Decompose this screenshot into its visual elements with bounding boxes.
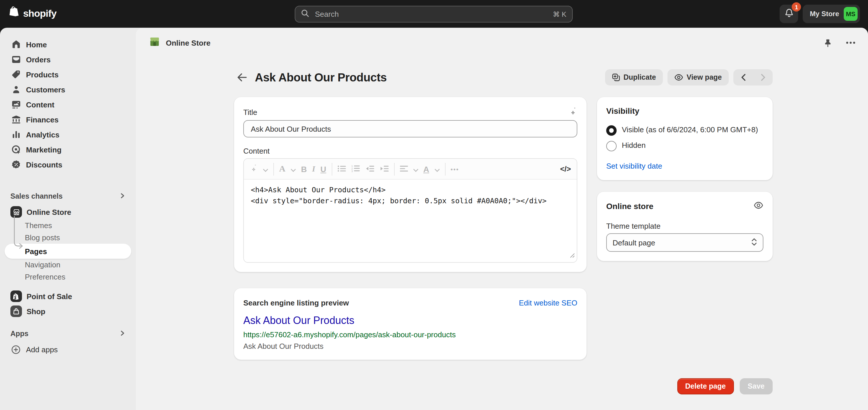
sidebar-item-label: Finances — [26, 115, 59, 124]
radio-selected-icon[interactable] — [606, 125, 617, 136]
sidebar-item-products[interactable]: Products — [5, 67, 131, 82]
radio-unselected-icon[interactable] — [606, 141, 617, 151]
sidebar-item-label: Discounts — [26, 160, 62, 169]
visibility-card: Visibility Visible (as of 6/6/2024, 6:00… — [597, 97, 773, 180]
underline-button[interactable]: U — [320, 165, 326, 173]
apps-header[interactable]: Apps — [5, 328, 131, 340]
theme-template-select[interactable]: Default page — [606, 233, 764, 252]
back-button[interactable] — [234, 69, 250, 86]
sidebar-item-marketing[interactable]: Marketing — [5, 142, 131, 157]
sub-item-label: Blog posts — [25, 233, 60, 242]
online-store-card: Online store Theme template Default page — [597, 192, 773, 261]
point-of-sale-icon — [10, 291, 22, 302]
numbered-list-button[interactable]: 123 — [351, 164, 360, 174]
sidebar-item-themes[interactable]: Themes — [5, 219, 131, 232]
global-search[interactable]: ⌘ K — [295, 6, 573, 23]
chevron-down-icon[interactable] — [434, 164, 439, 174]
sidebar-item-label: Add apps — [26, 345, 58, 354]
more-formatting-button[interactable]: ••• — [451, 165, 459, 172]
notifications-button[interactable]: 1 — [780, 5, 798, 23]
sidebar-item-shop[interactable]: Shop — [5, 304, 131, 319]
sidebar-item-label: Point of Sale — [27, 292, 72, 301]
shopify-logo[interactable]: shopify — [8, 6, 56, 22]
toolbar-divider — [445, 163, 445, 175]
page-header: Ask About Our Products Duplicate View pa… — [234, 68, 773, 87]
sidebar-item-point-of-sale[interactable]: Point of Sale — [5, 289, 131, 304]
sidebar-item-customers[interactable]: Customers — [5, 82, 131, 97]
target-icon — [10, 144, 21, 155]
pin-icon — [823, 38, 832, 47]
sidebar-item-home[interactable]: Home — [5, 37, 131, 52]
sidebar-item-orders[interactable]: Orders — [5, 52, 131, 67]
page-title: Ask About Our Products — [255, 71, 386, 84]
chevron-down-icon[interactable] — [291, 164, 296, 174]
sidebar-item-add-apps[interactable]: Add apps — [5, 342, 131, 357]
more-options-button[interactable] — [843, 35, 859, 50]
sidebar-item-preferences[interactable]: Preferences — [5, 271, 131, 283]
chevron-down-icon[interactable] — [263, 164, 268, 174]
sidebar-item-label: Home — [26, 40, 47, 49]
bar-chart-icon — [10, 129, 21, 140]
view-page-button[interactable]: View page — [668, 69, 729, 86]
page-footer-actions: Delete page Save — [234, 378, 773, 394]
seo-result-title[interactable]: Ask About Our Products — [243, 315, 577, 327]
chevron-left-icon — [741, 74, 746, 81]
pin-button[interactable] — [819, 35, 836, 50]
visible-radio-option[interactable]: Visible (as of 6/6/2024, 6:00 PM GMT+8) — [606, 125, 764, 136]
previous-page-button[interactable] — [733, 69, 753, 86]
store-avatar: MS — [844, 7, 858, 21]
text-style-button[interactable]: A — [279, 165, 285, 173]
delete-page-button[interactable]: Delete page — [677, 378, 734, 394]
arrow-left-icon — [237, 73, 247, 82]
tag-icon — [10, 69, 21, 80]
search-shortcut: ⌘ K — [553, 10, 566, 18]
shopify-bag-icon — [8, 6, 20, 22]
topbar: shopify ⌘ K 1 My Store MS — [0, 0, 868, 28]
shop-icon — [10, 305, 22, 317]
eye-icon[interactable] — [753, 201, 764, 211]
context-bar: Online Store — [136, 28, 868, 58]
sidebar-item-finances[interactable]: Finances — [5, 112, 131, 127]
eye-icon — [674, 74, 683, 81]
visible-radio-label: Visible (as of 6/6/2024, 6:00 PM GMT+8) — [622, 125, 758, 136]
sidebar-item-label: Analytics — [26, 130, 60, 139]
ai-sparkle-icon[interactable] — [569, 106, 577, 118]
code-view-button[interactable]: </> — [560, 165, 571, 173]
italic-button[interactable]: I — [312, 165, 315, 173]
set-visibility-date-link[interactable]: Set visibility date — [606, 162, 662, 170]
alignment-button[interactable] — [400, 164, 408, 174]
online-store-heading: Online store — [606, 202, 653, 211]
image-icon — [10, 99, 21, 110]
chevron-down-icon[interactable] — [413, 164, 418, 174]
sidebar: Home Orders Products Customers Content F… — [0, 28, 136, 410]
toolbar-divider — [394, 163, 395, 175]
next-page-button[interactable] — [753, 69, 773, 86]
content-field-label: Content — [243, 145, 577, 156]
sidebar-item-label: Shop — [27, 307, 45, 316]
content-code-textarea[interactable]: <h4>Ask About Our Products</h4> <div sty… — [244, 180, 577, 262]
sidebar-item-label: Products — [26, 70, 59, 79]
save-button[interactable]: Save — [740, 378, 773, 394]
resize-handle[interactable] — [570, 250, 575, 261]
hidden-radio-option[interactable]: Hidden — [606, 140, 764, 151]
search-input[interactable] — [314, 9, 548, 19]
sidebar-item-navigation[interactable]: Navigation — [5, 259, 131, 271]
sidebar-item-analytics[interactable]: Analytics — [5, 127, 131, 142]
sidebar-item-discounts[interactable]: Discounts — [5, 157, 131, 172]
sidebar-item-blog-posts[interactable]: Blog posts — [5, 232, 131, 244]
sales-channels-header[interactable]: Sales channels — [5, 191, 131, 202]
indent-button[interactable] — [379, 164, 389, 174]
store-menu-button[interactable]: My Store MS — [803, 5, 860, 23]
sidebar-item-pages[interactable]: Pages — [5, 244, 131, 259]
sidebar-item-content[interactable]: Content — [5, 97, 131, 112]
sidebar-item-online-store[interactable]: Online Store — [5, 204, 131, 219]
outdent-button[interactable] — [365, 164, 374, 174]
view-page-label: View page — [686, 73, 722, 81]
bold-button[interactable]: B — [301, 165, 307, 173]
text-color-button[interactable]: A — [423, 165, 429, 173]
duplicate-button[interactable]: Duplicate — [605, 69, 663, 86]
bullet-list-button[interactable] — [337, 164, 346, 174]
title-input[interactable] — [243, 120, 577, 137]
ai-sparkle-icon[interactable] — [250, 163, 258, 174]
edit-website-seo-link[interactable]: Edit website SEO — [519, 298, 577, 307]
